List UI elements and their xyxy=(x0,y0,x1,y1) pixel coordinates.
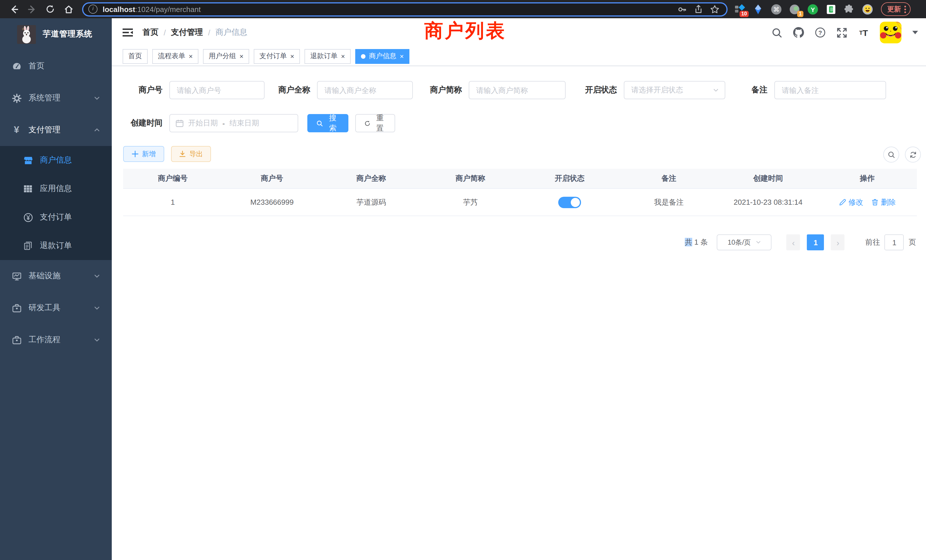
chevron-down-icon xyxy=(755,239,761,245)
sidebar-item-label: 退款订单 xyxy=(40,241,72,251)
sidebar-item-refund-order[interactable]: 退款订单 xyxy=(0,232,112,260)
tab-label: 支付订单 xyxy=(259,51,287,61)
extension-command-icon[interactable]: ⌘ xyxy=(771,4,782,15)
col-merchant-no: 商户号 xyxy=(222,173,322,184)
tab-pay-order[interactable]: 支付订单× xyxy=(254,49,300,64)
github-icon[interactable] xyxy=(793,27,804,38)
remark-input[interactable] xyxy=(774,81,886,99)
reset-button[interactable]: 重置 xyxy=(355,114,395,132)
extension-status-icon[interactable]: 1 xyxy=(789,4,800,15)
extension-blocks-icon[interactable]: 10 xyxy=(734,4,745,15)
sidebar-item-infrastructure[interactable]: 基础设施 xyxy=(0,260,112,292)
home-icon[interactable] xyxy=(62,3,75,15)
create-time-range-picker[interactable]: 开始日期 - 结束日期 xyxy=(169,114,298,132)
add-button[interactable]: 新增 xyxy=(123,146,164,162)
sidebar-item-merchant-info[interactable]: 商户信息 xyxy=(0,146,112,174)
briefcase-icon xyxy=(11,335,22,345)
font-size-icon[interactable]: TT xyxy=(858,27,869,38)
forward-icon[interactable] xyxy=(26,3,38,15)
col-short-name: 商户简称 xyxy=(421,173,520,184)
navbar-actions: ? TT xyxy=(772,22,918,43)
extensions-puzzle-icon[interactable] xyxy=(844,4,855,15)
sidebar-collapse-icon[interactable] xyxy=(122,27,133,38)
svg-text:⌘: ⌘ xyxy=(773,6,779,13)
full-name-input[interactable] xyxy=(317,81,413,99)
tab-process-form[interactable]: 流程表单× xyxy=(152,49,198,64)
document-icon xyxy=(23,241,33,251)
next-page-button[interactable]: › xyxy=(831,235,845,250)
close-icon[interactable]: × xyxy=(290,53,294,60)
hide-search-button[interactable] xyxy=(883,147,899,162)
extension-doc-icon[interactable] xyxy=(826,4,837,15)
sidebar-item-label: 系统管理 xyxy=(29,93,61,103)
tab-refund-order[interactable]: 退款订单× xyxy=(304,49,351,64)
chevron-down-icon xyxy=(713,87,719,93)
close-icon[interactable]: × xyxy=(239,53,244,60)
close-icon[interactable]: × xyxy=(341,53,345,60)
monitor-chart-icon xyxy=(11,271,22,281)
reset-button-label: 重置 xyxy=(374,113,386,133)
sidebar-item-system[interactable]: 系统管理 xyxy=(0,82,112,114)
col-full-name: 商户全称 xyxy=(322,173,421,184)
search-icon[interactable] xyxy=(772,27,782,38)
short-name-input[interactable] xyxy=(469,81,566,99)
breadcrumb-separator: / xyxy=(208,28,210,37)
browser-update-button[interactable]: 更新 xyxy=(881,2,911,16)
share-icon[interactable] xyxy=(694,5,703,14)
page-unit-label: 页 xyxy=(909,237,916,248)
breadcrumb-payment[interactable]: 支付管理 xyxy=(171,27,203,38)
fullscreen-icon[interactable] xyxy=(837,27,847,38)
table-toolbar: 新增 导出 xyxy=(123,146,211,162)
back-icon[interactable] xyxy=(8,3,20,15)
avatar[interactable] xyxy=(880,22,902,43)
sidebar-item-payment[interactable]: ¥ 支付管理 xyxy=(0,114,112,146)
sidebar-item-dev-tools[interactable]: 研发工具 xyxy=(0,292,112,324)
tab-home[interactable]: 首页 xyxy=(123,49,148,64)
date-range-separator: - xyxy=(222,119,225,127)
extensions-area: 10 ⌘ 1 Y xyxy=(734,4,873,15)
prev-page-button[interactable]: ‹ xyxy=(787,235,800,250)
avatar-caret-icon[interactable] xyxy=(912,31,918,34)
search-button[interactable]: 搜索 xyxy=(307,114,348,132)
chevron-down-icon xyxy=(94,95,100,101)
sidebar-logo[interactable]: 芋道管理系统 xyxy=(0,18,112,50)
goto-label: 前往 xyxy=(865,237,880,248)
breadcrumb-home[interactable]: 首页 xyxy=(142,27,159,38)
bookmark-star-icon[interactable] xyxy=(710,4,720,14)
close-icon[interactable]: × xyxy=(189,53,193,60)
reload-icon[interactable] xyxy=(44,3,56,15)
edit-link[interactable]: 修改 xyxy=(839,197,863,207)
url-text[interactable]: localhost:1024/pay/merchant xyxy=(103,5,201,14)
cell-remark: 我是备注 xyxy=(619,197,719,207)
close-icon[interactable]: × xyxy=(400,53,404,60)
sidebar-item-home[interactable]: 首页 xyxy=(0,50,112,82)
extension-y-icon[interactable]: Y xyxy=(807,4,818,15)
site-info-icon[interactable]: i xyxy=(88,5,97,14)
tab-merchant-info[interactable]: 商户信息× xyxy=(355,49,409,64)
sidebar-item-label: 首页 xyxy=(29,61,44,71)
tab-label: 首页 xyxy=(128,51,142,61)
cell-merchant-no: M233666999 xyxy=(222,198,322,206)
key-icon[interactable] xyxy=(677,4,687,14)
merchant-no-input[interactable] xyxy=(169,81,265,99)
page-size-select[interactable]: 10条/页 xyxy=(717,235,772,250)
goto-page-input[interactable] xyxy=(885,235,904,250)
sidebar-item-pay-order[interactable]: 支付订单 xyxy=(0,203,112,232)
browser-menu-icon[interactable] xyxy=(904,5,906,13)
tab-user-group[interactable]: 用户分组× xyxy=(203,49,249,64)
status-toggle[interactable] xyxy=(558,197,581,208)
url-path: :1024/pay/merchant xyxy=(135,5,201,14)
page-1-button[interactable]: 1 xyxy=(807,235,824,250)
sidebar-item-app-info[interactable]: 应用信息 xyxy=(0,174,112,203)
refresh-button[interactable] xyxy=(905,147,921,162)
sidebar-item-workflow[interactable]: 工作流程 xyxy=(0,324,112,356)
help-icon[interactable]: ? xyxy=(815,27,826,38)
address-bar[interactable]: i localhost:1024/pay/merchant xyxy=(82,2,728,16)
extension-kite-icon[interactable] xyxy=(753,4,764,15)
delete-link[interactable]: 删除 xyxy=(871,197,896,207)
profile-emoji-icon[interactable] xyxy=(862,4,873,15)
active-dot xyxy=(361,54,366,59)
tab-label: 用户分组 xyxy=(209,51,236,61)
status-select[interactable]: 请选择开启状态 xyxy=(624,81,725,99)
export-button[interactable]: 导出 xyxy=(171,146,211,162)
